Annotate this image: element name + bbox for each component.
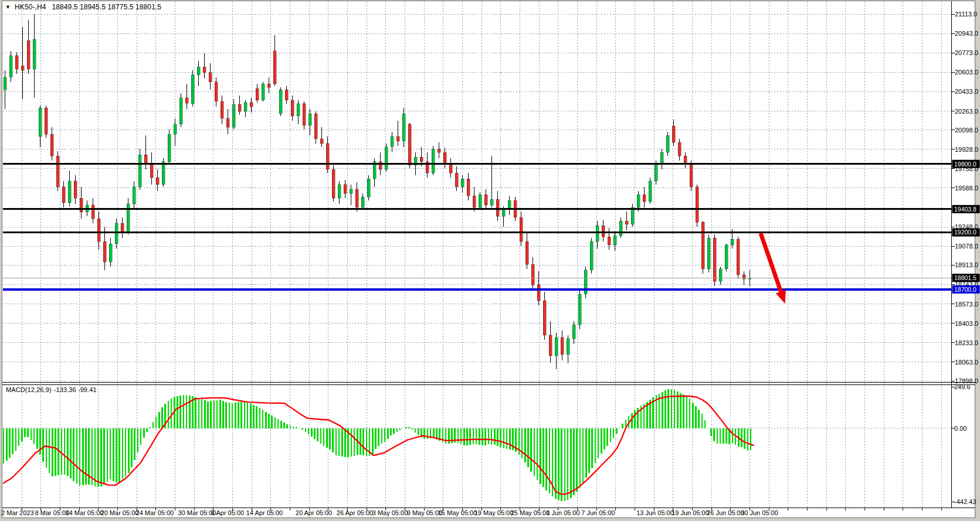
- price-axis-label: 20263.0: [955, 108, 978, 115]
- macd-label-text: MACD(12,26,9): [6, 386, 52, 393]
- price-axis-label: 21113.0: [955, 11, 977, 18]
- date-axis-label: 8 Mar 05:00: [35, 509, 70, 516]
- price-axis-label: 20603.0: [955, 69, 978, 76]
- price-axis-label: 19588.0: [955, 185, 978, 192]
- price-axis-label: 19078.0: [955, 243, 978, 250]
- price-level-badge-text: 19200.0: [954, 229, 976, 236]
- price-axis-label: 18063.0: [955, 359, 978, 366]
- date-axis-label: 14 Mar 05:00: [66, 509, 104, 516]
- date-axis-label: 15 May 05:00: [438, 509, 477, 516]
- date-axis-label: 25 May 05:00: [511, 509, 550, 516]
- date-axis-label: 14 Apr 05:00: [246, 509, 283, 516]
- chart-title-bar: ▼HK50-,H418849.5 18945.5 18775.5 18801.5: [5, 3, 161, 11]
- date-axis-label: 13 Jun 05:00: [636, 509, 674, 516]
- date-axis-label: 30 Jun 05:00: [741, 509, 778, 516]
- price-axis-label: 18573.0: [955, 301, 978, 308]
- date-axis-label: 20 Apr 05:00: [296, 509, 332, 516]
- price-level-badge-text: 18801.5: [954, 274, 976, 281]
- price-axis-label: 19928.0: [955, 146, 978, 153]
- date-axis-label: 3 May 05:00: [372, 509, 408, 516]
- price-level-badge-text: 19800.0: [954, 161, 976, 168]
- terminal-window: 21113.020943.020773.020603.020433.020263…: [0, 0, 980, 521]
- price-axis-label: 20433.0: [955, 88, 978, 95]
- date-axis-label: 9 May 05:00: [407, 509, 443, 516]
- price-axis-label: 18913.0: [955, 261, 978, 268]
- date-axis-label: 7 Jun 05:00: [581, 509, 615, 516]
- dropdown-arrow-icon[interactable]: ▼: [5, 4, 11, 10]
- date-axis-label: 30 Mar 05:00: [178, 509, 216, 516]
- macd-axis-label: 0.00: [954, 425, 967, 432]
- price-axis-label: 18233.0: [955, 339, 978, 346]
- chart-ohlc-values: 18849.5 18945.5 18775.5 18801.5: [52, 3, 162, 11]
- date-axis-label: 24 Mar 05:00: [136, 509, 174, 516]
- date-axis-label: 26 Jun 05:00: [707, 509, 744, 516]
- price-level-badge-text: 19403.8: [954, 206, 976, 213]
- macd-axis-label: 249.6: [954, 383, 971, 390]
- price-axis-label: 20098.0: [955, 127, 978, 134]
- price-axis-label: 20773.0: [955, 49, 978, 56]
- date-axis-label: 20 Mar 05:00: [101, 509, 139, 516]
- price-axis-label: 20943.0: [955, 30, 978, 37]
- date-axis-label: 2 Mar 2023: [1, 509, 34, 516]
- price-level-badge-text: 18700.0: [954, 286, 976, 293]
- date-axis-label: 6 Apr 05:00: [211, 509, 244, 516]
- date-axis-label: 1 Jun 05:00: [546, 509, 580, 516]
- chart-symbol-period: HK50-,H4: [15, 3, 46, 11]
- date-axis-label: 19 Jun 05:00: [672, 509, 709, 516]
- price-axis-label: 18403.0: [955, 320, 978, 327]
- date-axis-label: 19 May 05:00: [474, 509, 514, 516]
- date-axis-label: 26 Apr 05:00: [337, 509, 373, 516]
- macd-indicator-label: MACD(12,26,9)-133.36 -99.41: [6, 386, 97, 393]
- macd-values-text: -133.36 -99.41: [54, 386, 97, 393]
- chart-canvas[interactable]: 21113.020943.020773.020603.020433.020263…: [0, 0, 980, 521]
- macd-axis-label: -442.43: [954, 498, 976, 505]
